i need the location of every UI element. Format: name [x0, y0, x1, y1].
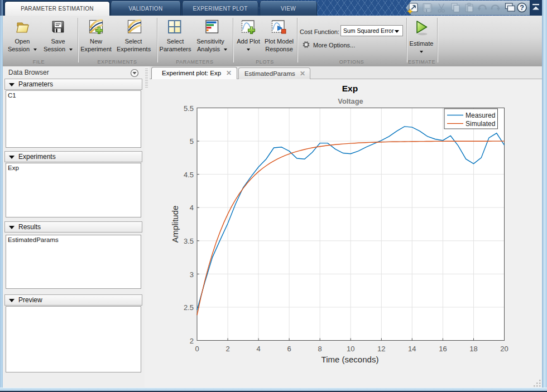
svg-text:Measured: Measured	[466, 112, 495, 119]
svg-text:3: 3	[190, 270, 194, 279]
svg-text:16: 16	[439, 345, 447, 353]
svg-text:18: 18	[469, 345, 477, 353]
svg-text:5.5: 5.5	[184, 104, 194, 113]
svg-text:0: 0	[195, 345, 199, 353]
svg-text:?: ?	[520, 4, 524, 12]
svg-text:10: 10	[347, 345, 354, 353]
svg-text:3.5: 3.5	[184, 237, 194, 245]
svg-text:12: 12	[377, 345, 385, 353]
svg-text:6: 6	[287, 345, 291, 353]
svg-text:20: 20	[500, 345, 508, 353]
svg-text:4: 4	[256, 345, 260, 353]
svg-text:Exp: Exp	[342, 84, 358, 93]
svg-text:Voltage: Voltage	[338, 97, 363, 105]
svg-text:14: 14	[408, 345, 416, 353]
svg-text:4: 4	[190, 204, 194, 212]
svg-text:4.5: 4.5	[184, 171, 194, 179]
svg-text:Amplitude: Amplitude	[170, 206, 180, 243]
svg-text:2: 2	[190, 337, 194, 345]
svg-text:2.5: 2.5	[184, 303, 194, 312]
svg-text:Time (seconds): Time (seconds)	[322, 355, 379, 364]
svg-text:5: 5	[190, 137, 194, 146]
svg-text:2: 2	[225, 345, 229, 353]
svg-text:Simulated: Simulated	[466, 120, 495, 128]
svg-text:8: 8	[318, 345, 322, 353]
